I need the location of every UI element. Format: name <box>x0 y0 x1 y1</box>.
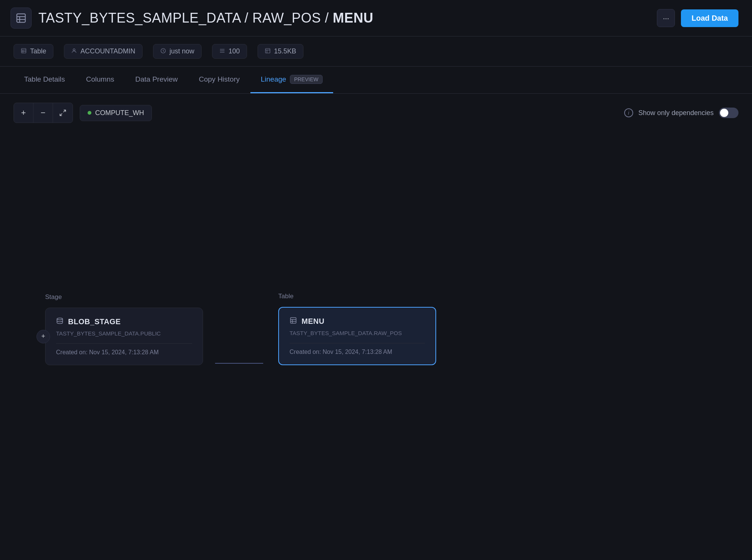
table-card-header: MENU <box>290 317 425 326</box>
meta-size: 15.5KB <box>258 44 303 59</box>
stage-card-created: Created on: Nov 15, 2024, 7:13:28 AM <box>56 349 192 356</box>
svg-point-8 <box>73 49 75 50</box>
expand-stage-button[interactable]: + <box>36 330 50 343</box>
svg-point-19 <box>57 318 63 320</box>
stage-card-icon <box>56 317 64 326</box>
svg-line-17 <box>60 114 62 116</box>
header-right: ··· Load Data <box>657 9 738 27</box>
meta-user: ACCOUNTADMIN <box>64 44 143 59</box>
table-card-created: Created on: Nov 15, 2024, 7:13:28 AM <box>290 349 425 355</box>
lineage-canvas-area: Stage + BLOB_STAGE TASTY_BYTES_SAMPLE_DA… <box>0 132 752 395</box>
table-card-divider <box>290 343 425 343</box>
page-title: TASTY_BYTES_SAMPLE_DATA / RAW_POS / MENU <box>38 10 373 26</box>
warehouse-name: COMPUTE_WH <box>95 109 144 117</box>
meta-type-label: Table <box>30 47 46 55</box>
stage-card-divider <box>56 343 192 344</box>
header: TASTY_BYTES_SAMPLE_DATA / RAW_POS / MENU… <box>0 0 752 36</box>
zoom-out-button[interactable]: − <box>33 103 53 123</box>
svg-rect-4 <box>21 49 26 53</box>
table-card-title: MENU <box>302 317 324 326</box>
meta-type: Table <box>14 44 53 59</box>
meta-time: just now <box>153 44 202 59</box>
clock-meta-icon <box>160 48 166 55</box>
zoom-controls: + − <box>14 103 73 123</box>
svg-rect-20 <box>291 318 296 323</box>
toolbar-right: i Show only dependencies <box>624 108 738 118</box>
info-icon: i <box>624 108 633 117</box>
table-node-group: Table MENU TASTY_BYTES_SAMPLE_DATA.RAW_P… <box>278 293 436 365</box>
zoom-in-button[interactable]: + <box>14 103 33 123</box>
table-type-label: Table <box>278 293 436 300</box>
warehouse-chip: COMPUTE_WH <box>80 105 152 121</box>
header-left: TASTY_BYTES_SAMPLE_DATA / RAW_POS / MENU <box>11 8 373 29</box>
toolbar: + − COMPUTE_WH i Show only dependencies <box>0 94 752 132</box>
table-meta-icon <box>21 48 27 55</box>
user-meta-icon <box>71 48 77 55</box>
fit-button[interactable] <box>53 103 73 123</box>
table-icon <box>11 8 32 29</box>
svg-rect-13 <box>265 49 270 53</box>
meta-rows-label: 100 <box>229 47 240 55</box>
rows-meta-icon <box>219 48 225 55</box>
size-meta-icon <box>265 48 271 55</box>
stage-node-group: Stage + BLOB_STAGE TASTY_BYTES_SAMPLE_DA… <box>45 293 203 365</box>
show-only-dependencies-toggle[interactable] <box>719 108 738 118</box>
warehouse-status-dot <box>88 111 91 115</box>
tab-data-preview[interactable]: Data Preview <box>125 67 188 93</box>
meta-user-label: ACCOUNTADMIN <box>80 47 135 55</box>
tab-copy-history[interactable]: Copy History <box>188 67 250 93</box>
stage-type-label: Stage <box>45 293 203 301</box>
stage-card-title: BLOB_STAGE <box>68 317 121 326</box>
table-node-card[interactable]: MENU TASTY_BYTES_SAMPLE_DATA.RAW_POS Cre… <box>278 307 436 365</box>
svg-line-16 <box>64 110 66 112</box>
load-data-button[interactable]: Load Data <box>681 9 738 27</box>
table-card-path: TASTY_BYTES_SAMPLE_DATA.RAW_POS <box>290 330 425 336</box>
meta-rows: 100 <box>212 44 247 59</box>
tabs: Table Details Columns Data Preview Copy … <box>0 67 752 94</box>
toggle-knob <box>720 109 728 117</box>
more-button[interactable]: ··· <box>657 9 675 27</box>
meta-size-label: 15.5KB <box>274 47 296 55</box>
meta-time-label: just now <box>170 47 194 55</box>
show-only-dependencies-label: Show only dependencies <box>638 109 714 117</box>
stage-card-header: BLOB_STAGE <box>56 317 192 326</box>
preview-badge: PREVIEW <box>290 75 323 84</box>
stage-node-card[interactable]: + BLOB_STAGE TASTY_BYTES_SAMPLE_DATA.PUB… <box>45 308 203 365</box>
stage-card-path: TASTY_BYTES_SAMPLE_DATA.PUBLIC <box>56 330 192 337</box>
tab-table-details[interactable]: Table Details <box>14 67 76 93</box>
svg-rect-0 <box>17 14 26 23</box>
meta-bar: Table ACCOUNTADMIN just now 100 <box>0 36 752 67</box>
table-card-icon <box>290 317 297 326</box>
tab-lineage[interactable]: Lineage PREVIEW <box>250 67 333 93</box>
lineage-area: Stage + BLOB_STAGE TASTY_BYTES_SAMPLE_DA… <box>0 132 752 395</box>
tab-columns[interactable]: Columns <box>76 67 125 93</box>
